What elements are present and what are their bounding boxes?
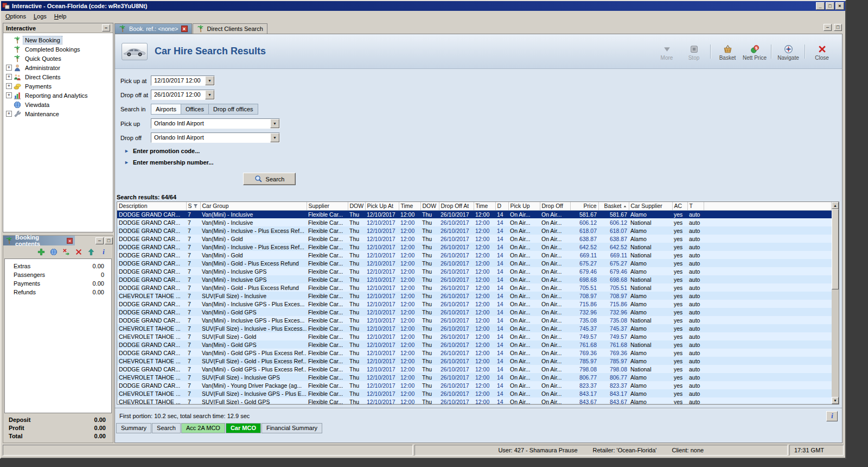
doc-restore-button[interactable]: □ xyxy=(834,24,842,31)
panel-collapse-button[interactable]: – xyxy=(102,24,110,31)
close-button[interactable]: × xyxy=(835,2,844,10)
remove-arrow-button[interactable] xyxy=(62,248,71,256)
table-row[interactable]: DODGE GRAND CAR...7Van(Mini) - Gold - Pl… xyxy=(117,283,832,292)
column-header-drop-off-at-8[interactable]: Drop Off At xyxy=(439,202,474,210)
table-row[interactable]: DODGE GRAND CAR...7Van(Mini) - Inclusive… xyxy=(117,316,832,324)
table-row[interactable]: DODGE GRAND CAR...7Van(Mini) - Inclusive… xyxy=(117,218,832,226)
sidebar-item-completed-bookings[interactable]: Completed Bookings xyxy=(3,45,113,54)
booking-close-icon[interactable]: × xyxy=(67,238,73,244)
bottom-tab-financial-summary[interactable]: Financial Summary xyxy=(261,423,322,433)
booking-minimize-button[interactable]: – xyxy=(95,237,104,244)
column-header-t-17[interactable]: T xyxy=(687,202,704,210)
doc-minimize-button[interactable]: – xyxy=(824,24,832,31)
expand-plus-icon[interactable]: + xyxy=(6,111,12,117)
booking-panel-tab[interactable]: Booking contents × xyxy=(3,236,75,245)
tab-close-icon[interactable]: × xyxy=(181,26,188,32)
search-button[interactable]: Search xyxy=(243,173,296,185)
basket-button[interactable]: Basket xyxy=(714,42,741,61)
table-row[interactable]: DODGE GRAND CAR...7Van(Mini) - GoldFlexi… xyxy=(117,235,832,243)
scroll-down-icon[interactable]: ▼ xyxy=(832,397,839,404)
expand-plus-icon[interactable]: + xyxy=(6,74,12,80)
table-row[interactable]: DODGE GRAND CAR...7Van(Mini) - Inclusive… xyxy=(117,243,832,251)
search-in-tab-drop-off-offices[interactable]: Drop off offices xyxy=(208,104,258,115)
bottom-tab-search[interactable]: Search xyxy=(152,423,181,433)
menu-logs[interactable]: Logs xyxy=(30,11,50,21)
bottom-tab-car-mco[interactable]: Car MCO xyxy=(226,423,261,433)
column-header-pick-up-11[interactable]: Pick Up xyxy=(508,202,540,210)
doc-tab-book-ref-none[interactable]: Book. ref.: <none>× xyxy=(114,23,192,34)
sidebar-item-new-booking[interactable]: New Booking xyxy=(3,35,113,45)
column-header-description-0[interactable]: Description xyxy=(117,202,186,210)
info-button[interactable]: i xyxy=(99,248,108,256)
column-header-drop-off-12[interactable]: Drop Off xyxy=(540,202,570,210)
column-header-s-1[interactable]: S xyxy=(186,202,200,210)
table-row[interactable]: DODGE GRAND CAR...7Van(Mini) - Gold - Pl… xyxy=(117,259,832,267)
sidebar-item-viewdata[interactable]: Viewdata xyxy=(3,100,113,109)
bottom-tab-acc-2a-mco[interactable]: Acc 2A MCO xyxy=(181,423,225,433)
dropoff-at-select[interactable]: 26/10/2017 12:00 ▼ xyxy=(151,90,215,100)
chevron-down-icon[interactable]: ▼ xyxy=(270,119,279,128)
sidebar-item-direct-clients[interactable]: +Direct Clients xyxy=(3,72,113,81)
expand-plus-icon[interactable]: + xyxy=(6,65,12,71)
navigate-button[interactable]: Navigate xyxy=(775,42,802,61)
sidebar-item-payments[interactable]: +Payments xyxy=(3,81,113,91)
table-row[interactable]: CHEVROLET TAHOE ...7SUV(Full Size) - Inc… xyxy=(117,373,832,381)
maximize-button[interactable]: □ xyxy=(826,2,834,10)
column-header-basket-14[interactable]: Basket xyxy=(598,202,629,210)
table-row[interactable]: CHEVROLET TAHOE ...7SUV(Full Size) - Gol… xyxy=(117,357,832,365)
menu-help[interactable]: Help xyxy=(50,11,71,21)
up-arrow-button[interactable] xyxy=(87,248,95,256)
bottom-tab-summary[interactable]: Summary xyxy=(116,423,151,433)
column-header-time-9[interactable]: Time xyxy=(474,202,495,210)
close-button[interactable]: Close xyxy=(808,42,835,61)
sidebar-item-reporting-and-analytics[interactable]: +Reporting and Analytics xyxy=(3,91,113,100)
pickup-select[interactable]: Orlando Intl Airport ▼ xyxy=(151,118,280,129)
table-row[interactable]: DODGE GRAND CAR...7Van(Mini) - Inclusive… xyxy=(117,300,832,308)
table-row[interactable]: CHEVROLET TAHOE ...7SUV(Full Size) - Inc… xyxy=(117,389,832,397)
info-button[interactable]: i xyxy=(826,411,838,421)
sidebar-item-maintenance[interactable]: +Maintenance xyxy=(3,109,113,118)
table-row[interactable]: DODGE GRAND CAR...7Van(Mini) - Inclusive… xyxy=(117,210,832,218)
expand-plus-icon[interactable]: + xyxy=(6,92,12,98)
column-header-price-13[interactable]: Price xyxy=(570,202,598,210)
column-header-car-group-2[interactable]: Car Group xyxy=(200,202,307,210)
table-row[interactable]: CHEVROLET TAHOE ...7SUV(Full Size) - Inc… xyxy=(117,292,832,300)
filter-funnel-icon[interactable] xyxy=(193,203,198,210)
column-header-supplier-3[interactable]: Supplier xyxy=(307,202,348,210)
pickup-at-select[interactable]: 12/10/2017 12:00 ▼ xyxy=(151,75,215,86)
column-header-dow-7[interactable]: DOW xyxy=(420,202,439,210)
table-row[interactable]: CHEVROLET TAHOE ...7SUV(Full Size) - Inc… xyxy=(117,324,832,332)
table-row[interactable]: DODGE GRAND CAR...7Van(Mini) - GoldFlexi… xyxy=(117,251,832,259)
column-header-car-supplier-15[interactable]: Car Supplier xyxy=(629,202,672,210)
scrollbar-thumb[interactable] xyxy=(832,209,839,289)
add-button[interactable] xyxy=(37,248,46,256)
search-in-tab-airports[interactable]: Airports xyxy=(151,104,181,115)
vertical-scrollbar[interactable]: ▲ ▼ xyxy=(832,202,839,404)
column-header-dow-4[interactable]: DOW xyxy=(348,202,365,210)
table-row[interactable]: DODGE GRAND CAR...7Van(Mini) - Gold GPS … xyxy=(117,365,832,373)
sidebar-item-quick-quotes[interactable]: Quick Quotes xyxy=(3,54,113,63)
globe-button[interactable] xyxy=(49,248,58,256)
sidebar-item-administrator[interactable]: +Administrator xyxy=(3,63,113,72)
column-header-time-6[interactable]: Time xyxy=(399,202,420,210)
booking-restore-button[interactable]: □ xyxy=(105,237,113,244)
table-row[interactable]: DODGE GRAND CAR...7Van(Mini) - Young Dri… xyxy=(117,381,832,389)
column-header-d-10[interactable]: D xyxy=(495,202,508,210)
table-row[interactable]: DODGE GRAND CAR...7Van(Mini) - Inclusive… xyxy=(117,226,832,235)
dropoff-select[interactable]: Orlando Intl Airport ▼ xyxy=(151,132,280,143)
scroll-up-icon[interactable]: ▲ xyxy=(832,202,839,209)
minimize-button[interactable]: _ xyxy=(816,2,825,10)
expand-plus-icon[interactable]: + xyxy=(6,83,12,89)
search-in-tab-offices[interactable]: Offices xyxy=(181,104,209,115)
table-row[interactable]: DODGE GRAND CAR...7Van(Mini) - Gold GPSF… xyxy=(117,340,832,349)
chevron-down-icon[interactable]: ▼ xyxy=(270,133,279,142)
table-row[interactable]: CHEVROLET TAHOE ...7SUV(Full Size) - Gol… xyxy=(117,397,832,404)
nett-price-button[interactable]: $Nett Price xyxy=(741,42,768,61)
delete-button[interactable] xyxy=(74,248,83,256)
column-header-ac-16[interactable]: AC xyxy=(672,202,687,210)
membership-expander[interactable]: ► Enter membership number... xyxy=(124,159,842,166)
promo-code-expander[interactable]: ► Enter promotion code... xyxy=(124,148,842,154)
chevron-down-icon[interactable]: ▼ xyxy=(205,90,214,99)
menu-options[interactable]: Options xyxy=(2,11,30,21)
table-row[interactable]: DODGE GRAND CAR...7Van(Mini) - Inclusive… xyxy=(117,275,832,283)
